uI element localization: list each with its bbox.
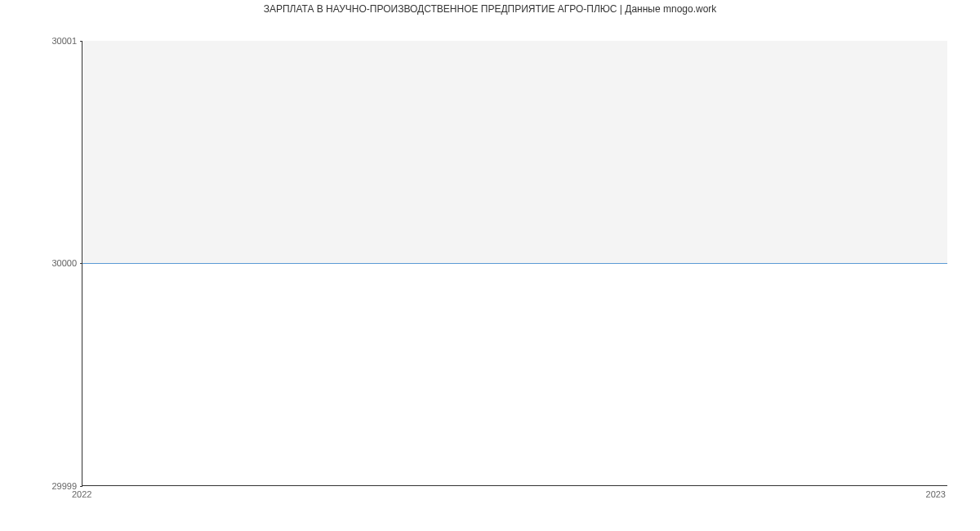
x-tick-label-right: 2023: [926, 489, 946, 499]
y-tick-label-mid: 30000: [51, 258, 77, 268]
salary-chart: ЗАРПЛАТА В НАУЧНО-ПРОИЗВОДСТВЕННОЕ ПРЕДП…: [0, 0, 980, 531]
plot-area: [82, 41, 947, 486]
plot-background-lower: [82, 263, 947, 485]
x-tick-label-left: 2022: [72, 489, 91, 499]
chart-title: ЗАРПЛАТА В НАУЧНО-ПРОИЗВОДСТВЕННОЕ ПРЕДП…: [0, 3, 980, 15]
y-tick-label-top: 30001: [51, 36, 77, 46]
data-line: [82, 263, 947, 264]
y-tick-mark: [80, 486, 82, 487]
